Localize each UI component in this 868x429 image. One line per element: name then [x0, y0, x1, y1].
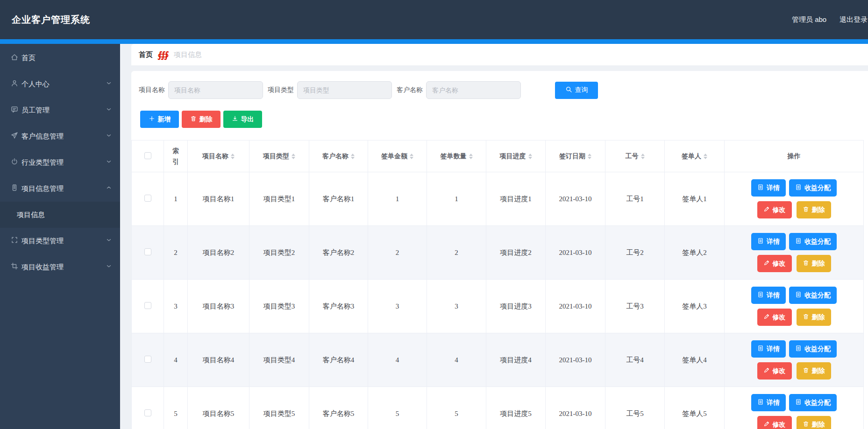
document-icon	[795, 345, 802, 353]
column-header-9[interactable]: 工号	[605, 141, 665, 172]
table-cell: 2021-03-10	[546, 172, 605, 226]
main-content: 首页 ∰ 项目信息 项目名称 项目类型 客户名称 查询 新增删除导出	[120, 44, 868, 429]
column-header-2[interactable]: 项目名称	[188, 141, 249, 172]
column-header-8[interactable]: 签订日期	[546, 141, 605, 172]
content-card: 项目名称 项目类型 客户名称 查询 新增删除导出	[131, 71, 868, 429]
sort-icon[interactable]	[410, 154, 413, 159]
table-cell: 1	[427, 172, 486, 226]
sort-icon[interactable]	[351, 154, 355, 159]
table-cell: 签单人3	[665, 280, 725, 333]
profit-allocate-button[interactable]: 收益分配	[789, 179, 837, 197]
detail-button[interactable]: 详情	[751, 287, 786, 304]
sidebar-item-3[interactable]: 客户信息管理	[0, 123, 120, 149]
breadcrumb: 首页 ∰ 项目信息	[131, 44, 868, 65]
table-cell: 3	[427, 280, 486, 333]
detail-button[interactable]: 详情	[751, 179, 786, 197]
edit-button[interactable]: 修改	[757, 416, 792, 429]
trash-icon	[803, 313, 809, 321]
column-header-4[interactable]: 客户名称	[309, 141, 368, 172]
row-actions-cell: 详情收益分配修改删除	[725, 280, 864, 333]
table-cell: 项目进度4	[486, 333, 546, 387]
sidebar-item-4[interactable]: 行业类型管理	[0, 149, 120, 176]
chevron-down-icon	[106, 132, 112, 141]
project-name-input[interactable]	[168, 81, 263, 99]
table-cell: 5	[368, 387, 427, 429]
detail-button[interactable]: 详情	[751, 394, 786, 411]
detail-button[interactable]: 详情	[751, 233, 786, 250]
row-select-cell	[132, 172, 164, 226]
sidebar-item-7[interactable]: 项目收益管理	[0, 254, 120, 280]
sort-icon[interactable]	[292, 154, 295, 159]
remove-button[interactable]: 删除	[797, 201, 831, 218]
row-checkbox[interactable]	[144, 195, 151, 202]
table-cell: 4	[164, 333, 188, 387]
table-row: 2项目名称2项目类型2客户名称222项目进度22021-03-10工号2签单人2…	[132, 226, 864, 280]
profit-allocate-button[interactable]: 收益分配	[789, 394, 837, 411]
remove-button[interactable]: 删除	[797, 255, 831, 272]
row-checkbox[interactable]	[144, 248, 151, 255]
sort-icon[interactable]	[641, 154, 645, 159]
add-button[interactable]: 新增	[140, 111, 179, 128]
document-icon	[795, 184, 802, 192]
sidebar-subitem-项目信息[interactable]: 项目信息	[0, 202, 120, 228]
profit-allocate-button[interactable]: 收益分配	[789, 287, 837, 304]
column-header-1: 索引	[164, 141, 188, 172]
edit-button[interactable]: 修改	[757, 255, 792, 272]
profit-allocate-button[interactable]: 收益分配	[789, 233, 837, 250]
row-checkbox[interactable]	[144, 356, 151, 363]
table-cell: 项目名称3	[188, 280, 249, 333]
chevron-down-icon	[106, 237, 112, 245]
sort-icon[interactable]	[588, 154, 591, 159]
select-all-checkbox[interactable]	[144, 152, 151, 159]
sidebar-item-0[interactable]: 首页	[0, 45, 120, 71]
column-header-3[interactable]: 项目类型	[249, 141, 309, 172]
export-button[interactable]: 导出	[223, 111, 262, 128]
table-cell: 项目类型2	[249, 226, 309, 280]
logout-link[interactable]: 退出登录	[840, 15, 868, 24]
sort-icon[interactable]	[528, 154, 532, 159]
edit-button[interactable]: 修改	[757, 201, 792, 218]
select-all-header[interactable]	[132, 141, 164, 172]
chevron-up-icon	[106, 184, 112, 193]
detail-button[interactable]: 详情	[751, 340, 786, 358]
table-cell: 项目名称4	[188, 333, 249, 387]
sort-icon[interactable]	[469, 154, 473, 159]
breadcrumb-home-link[interactable]: 首页	[139, 50, 153, 59]
column-header-7[interactable]: 项目进度	[486, 141, 546, 172]
column-header-6[interactable]: 签单数量	[427, 141, 486, 172]
project-type-input[interactable]	[297, 81, 392, 99]
document-icon	[757, 238, 764, 246]
sidebar-item-6[interactable]: 项目类型管理	[0, 228, 120, 254]
customer-name-input[interactable]	[426, 81, 521, 99]
table-cell: 2021-03-10	[546, 333, 605, 387]
delete-button[interactable]: 删除	[182, 111, 221, 128]
profit-allocate-button[interactable]: 收益分配	[789, 340, 837, 358]
sidebar-item-1[interactable]: 个人中心	[0, 71, 120, 97]
row-checkbox[interactable]	[144, 409, 151, 416]
sidebar-item-label: 项目信息管理	[21, 184, 64, 193]
table-cell: 客户名称5	[309, 387, 368, 429]
table-cell: 1	[164, 172, 188, 226]
trash-icon	[803, 421, 809, 429]
table-cell: 2	[427, 226, 486, 280]
app-header: 企业客户管理系统 管理员 abo 退出登录	[0, 0, 868, 39]
admin-name: 管理员 abo	[792, 15, 826, 24]
table-cell: 项目类型5	[249, 387, 309, 429]
sidebar-item-2[interactable]: 员工管理	[0, 97, 120, 123]
column-header-5[interactable]: 签单金额	[368, 141, 427, 172]
remove-button[interactable]: 删除	[797, 362, 831, 380]
remove-button[interactable]: 删除	[797, 309, 831, 326]
remove-button[interactable]: 删除	[797, 416, 831, 429]
column-header-10[interactable]: 签单人	[665, 141, 725, 172]
edit-button[interactable]: 修改	[757, 362, 792, 380]
sort-icon[interactable]	[231, 154, 235, 159]
sidebar-item-label: 员工管理	[21, 106, 50, 115]
table-cell: 项目类型3	[249, 280, 309, 333]
sort-icon[interactable]	[704, 154, 707, 159]
row-checkbox[interactable]	[144, 302, 151, 309]
column-header-11: 操作	[725, 141, 864, 172]
search-button[interactable]: 查询	[555, 82, 598, 99]
edit-button[interactable]: 修改	[757, 309, 792, 326]
data-table: 索引项目名称项目类型客户名称签单金额签单数量项目进度签订日期工号签单人操作 1项…	[131, 140, 864, 429]
sidebar-item-5[interactable]: 项目信息管理	[0, 176, 120, 202]
